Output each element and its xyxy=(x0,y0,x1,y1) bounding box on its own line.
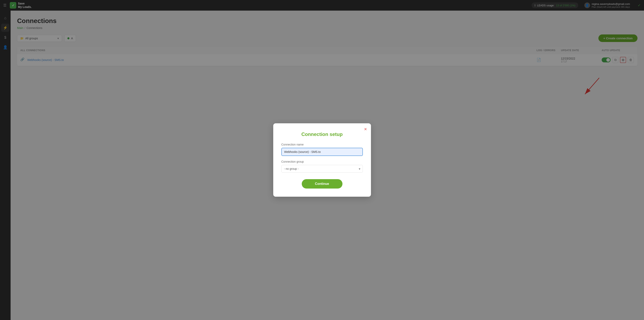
connection-group-select[interactable]: - no group - xyxy=(282,165,363,173)
group-select-wrap: - no group - ▾ xyxy=(282,165,363,173)
connection-setup-modal: × Connection setup Connection name Conne… xyxy=(273,123,371,197)
connection-name-field: Connection name xyxy=(282,143,363,160)
modal-overlay[interactable]: × Connection setup Connection name Conne… xyxy=(0,0,644,320)
connection-group-label: Connection group xyxy=(282,160,363,163)
modal-title: Connection setup xyxy=(282,131,363,137)
modal-close-button[interactable]: × xyxy=(364,127,367,132)
continue-button[interactable]: Continue xyxy=(302,179,342,189)
connection-name-label: Connection name xyxy=(282,143,363,146)
connection-name-input[interactable] xyxy=(282,148,363,156)
connection-group-field: Connection group - no group - ▾ xyxy=(282,160,363,173)
